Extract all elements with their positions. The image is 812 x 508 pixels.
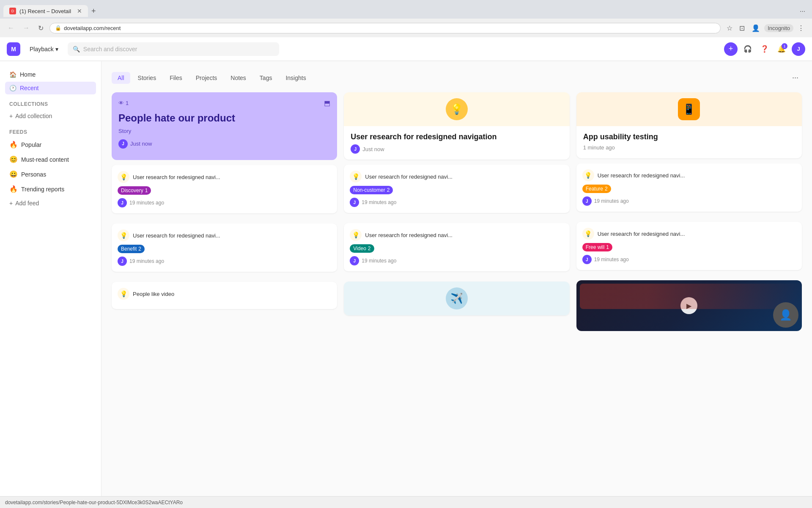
people-like-video-card[interactable]: 💡 People like video [112,282,337,309]
new-tab-button[interactable]: + [88,5,99,17]
card-title: App usability testing [583,132,795,142]
add-feed-button[interactable]: + Add feed [5,197,96,210]
story-card-footer: J Just now [118,139,330,149]
video-card[interactable]: ▶ 👤 [576,280,802,331]
insight-card-col3-1[interactable]: 💡 User research for redesigned navi... F… [576,163,802,212]
insight-card-col2-2[interactable]: 💡 User research for redesigned navi... V… [344,223,569,271]
sidebar-item-trending[interactable]: 🔥 Trending reports [5,182,96,196]
app-usability-card[interactable]: 📱 App usability testing 1 minute ago [576,92,802,158]
insight-title: People like video [133,291,174,297]
insight-icon: 💡 [350,229,362,241]
story-user-avatar: J [118,139,128,149]
recent-label: Recent [20,85,38,91]
insight-time: 19 minutes ago [594,198,629,204]
url-text: dovetailapp.com/recent [64,25,121,31]
story-card-type: Story [118,128,330,134]
filter-tab-tags[interactable]: Tags [254,72,278,84]
tag-badge[interactable]: Free will 1 [582,243,612,251]
filter-more-button[interactable]: ··· [789,72,802,84]
insight-header: 💡 User research for redesigned navi... [582,228,796,240]
filter-tab-projects[interactable]: Projects [190,72,223,84]
notifications-button[interactable]: 🔔 1 [775,42,788,56]
tag-badge[interactable]: Video 2 [350,244,374,253]
story-share-icon[interactable]: ⬒ [324,99,330,107]
address-bar[interactable]: 🔒 dovetailapp.com/recent [49,23,721,33]
collections-section-title: Collections [9,101,96,107]
back-button[interactable]: ← [5,22,17,33]
airplane-card[interactable]: ✈️ [344,282,569,315]
profile-button[interactable]: 👤 [749,22,763,34]
card-body: User research for redesigned navigation … [344,126,569,160]
must-read-icon: 😊 [9,155,18,163]
column-1: 👁 1 ⬒ People hate our product Story J Ju… [112,92,337,331]
video-thumbnail: ▶ 👤 [576,280,802,331]
insight-time: 19 minutes ago [362,258,396,264]
forward-button[interactable]: → [20,22,32,33]
insight-icon: 💡 [118,171,129,183]
search-icon: 🔍 [73,46,80,52]
search-bar[interactable]: 🔍 Search and discover [68,42,279,56]
headphones-button[interactable]: 🎧 [741,42,754,56]
insight-card-col1-1[interactable]: 💡 User research for redesigned navi... D… [112,165,337,213]
popular-label: Popular [21,141,41,148]
views-count: 1 [126,100,129,106]
tag-area: Feature 2 [582,185,796,193]
active-tab[interactable]: D (1) Recent – Dovetail ✕ [3,5,88,17]
insight-card-col1-2[interactable]: 💡 User research for redesigned navi... B… [112,224,337,272]
add-collection-button[interactable]: + Add collection [5,110,96,122]
insight-card-col2-1[interactable]: 💡 User research for redesigned navi... N… [344,165,569,213]
close-tab-button[interactable]: ✕ [77,8,82,14]
insight-header: 💡 User research for redesigned navi... [350,171,563,182]
insight-footer: J 19 minutes ago [582,255,796,264]
playback-chevron-icon: ▾ [55,46,58,52]
tag-badge[interactable]: Benefit 2 [118,245,145,253]
add-button[interactable]: + [724,42,738,56]
tag-badge[interactable]: Discovery 1 [118,186,151,195]
toolbar-actions: ☆ ⊡ 👤 Incognito ⋮ [724,22,807,34]
story-card[interactable]: 👁 1 ⬒ People hate our product Story J Ju… [112,92,337,160]
filter-tab-files[interactable]: Files [164,72,188,84]
insight-title: User research for redesigned navi... [133,174,220,180]
refresh-button[interactable]: ↻ [36,22,46,34]
extensions-button[interactable]: ⊡ [737,22,747,34]
window-controls: ⋯ [796,8,809,14]
filter-tab-insights[interactable]: Insights [280,72,312,84]
sidebar: 🏠 Home 🕐 Recent Collections + Add collec… [0,61,102,508]
user-avatar[interactable]: J [792,42,805,56]
status-bar: dovetailapp.com/stories/People-hate-our-… [0,496,812,508]
trending-label: Trending reports [21,186,64,193]
sidebar-item-popular[interactable]: 🔥 Popular [5,138,96,152]
bookmark-button[interactable]: ☆ [724,22,735,34]
card-user-avatar: J [351,144,360,154]
add-collection-label: Add collection [15,113,52,119]
search-placeholder: Search and discover [83,46,137,52]
insight-title: User research for redesigned navi... [598,172,685,179]
filter-tab-stories[interactable]: Stories [132,72,162,84]
menu-button[interactable]: ⋮ [795,22,807,34]
sidebar-item-recent[interactable]: 🕐 Recent [5,82,96,94]
favicon: D [9,8,16,14]
insight-user-avatar: J [350,198,359,207]
sidebar-item-personas[interactable]: 😀 Personas [5,167,96,181]
airplane-icon-bg: ✈️ [446,287,468,309]
filter-tab-all[interactable]: All [112,72,130,84]
cards-grid: 👁 1 ⬒ People hate our product Story J Ju… [112,92,802,331]
story-card-title: People hate our product [118,112,330,124]
help-button[interactable]: ❓ [758,42,771,56]
insight-card-col3-2[interactable]: 💡 User research for redesigned navi... F… [576,222,802,270]
insight-footer: J 19 minutes ago [118,198,331,207]
sidebar-item-home[interactable]: 🏠 Home [5,68,96,81]
insight-title: User research for redesigned navi... [133,232,220,239]
recent-icon: 🕐 [9,85,16,91]
playback-menu-button[interactable]: Playback ▾ [25,43,63,55]
insight-header: 💡 User research for redesigned navi... [118,171,331,183]
column-2: 💡 User research for redesigned navigatio… [344,92,569,331]
tag-badge[interactable]: Non-customer 2 [350,186,393,194]
story-card-header: 👁 1 ⬒ [118,99,330,107]
filter-tab-notes[interactable]: Notes [225,72,252,84]
insight-header: 💡 User research for redesigned navi... [582,169,796,181]
user-research-card[interactable]: 💡 User research for redesigned navigatio… [344,92,569,160]
sidebar-item-must-read[interactable]: 😊 Must-read content [5,152,96,166]
tag-badge[interactable]: Feature 2 [582,185,611,193]
playback-label: Playback [30,46,54,52]
